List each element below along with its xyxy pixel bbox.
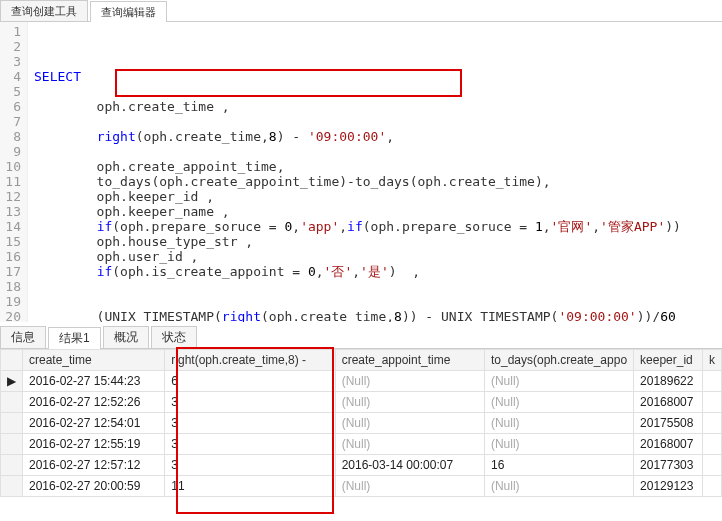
- line-number: 12: [4, 189, 21, 204]
- line-number: 10: [4, 159, 21, 174]
- row-marker-header: [1, 350, 23, 371]
- line-number: 16: [4, 249, 21, 264]
- col-keeper-id[interactable]: keeper_id: [634, 350, 703, 371]
- sql-editor[interactable]: 1234567891011121314151617181920 SELECT o…: [0, 22, 722, 322]
- table-row[interactable]: ▶2016-02-27 15:44:236(Null)(Null)2018962…: [1, 371, 722, 392]
- row-marker: [1, 392, 23, 413]
- grid-header-row: create_time right(oph.create_time,8) - c…: [1, 350, 722, 371]
- line-number: 20: [4, 309, 21, 322]
- code-area[interactable]: SELECT oph.create_time , right(oph.creat…: [28, 22, 687, 322]
- cell-to-days[interactable]: (Null): [484, 434, 633, 455]
- cell-keeper-id[interactable]: 20168007: [634, 392, 703, 413]
- code-line[interactable]: right(oph.create_time,8) - '09:00:00',: [34, 129, 681, 144]
- cell-create-time[interactable]: 2016-02-27 12:54:01: [23, 413, 165, 434]
- line-number: 11: [4, 174, 21, 189]
- row-marker: ▶: [1, 371, 23, 392]
- cell-create-time[interactable]: 2016-02-27 12:52:26: [23, 392, 165, 413]
- code-line[interactable]: [34, 144, 681, 159]
- cell-keeper-name[interactable]: [703, 392, 722, 413]
- col-keeper-name[interactable]: k: [703, 350, 722, 371]
- code-line[interactable]: [34, 114, 681, 129]
- line-number: 1: [4, 24, 21, 39]
- code-line[interactable]: if(oph.prepare_soruce = 0,'app',if(oph.p…: [34, 219, 681, 234]
- code-line[interactable]: (UNIX_TIMESTAMP(right(oph.create_time,8)…: [34, 309, 681, 322]
- cell-keeper-name[interactable]: [703, 455, 722, 476]
- cell-right-expr[interactable]: 11: [165, 476, 335, 497]
- code-line[interactable]: [34, 294, 681, 309]
- cell-keeper-name[interactable]: [703, 413, 722, 434]
- cell-keeper-id[interactable]: 20129123: [634, 476, 703, 497]
- cell-right-expr[interactable]: 3: [165, 434, 335, 455]
- row-marker: [1, 455, 23, 476]
- line-number: 18: [4, 279, 21, 294]
- code-line[interactable]: if(oph.is_create_appoint = 0,'否','是') ,: [34, 264, 681, 279]
- cell-to-days[interactable]: 16: [484, 455, 633, 476]
- cell-keeper-name[interactable]: [703, 476, 722, 497]
- line-number: 5: [4, 84, 21, 99]
- tab-status[interactable]: 状态: [151, 326, 197, 348]
- tab-query-builder[interactable]: 查询创建工具: [0, 0, 88, 21]
- table-row[interactable]: 2016-02-27 12:55:193(Null)(Null)20168007: [1, 434, 722, 455]
- col-create-appoint-time[interactable]: create_appoint_time: [335, 350, 484, 371]
- line-number: 13: [4, 204, 21, 219]
- cell-keeper-id[interactable]: 20175508: [634, 413, 703, 434]
- result-grid[interactable]: create_time right(oph.create_time,8) - c…: [0, 349, 722, 497]
- col-right-expr[interactable]: right(oph.create_time,8) -: [165, 350, 335, 371]
- code-line[interactable]: oph.create_appoint_time,: [34, 159, 681, 174]
- line-number: 14: [4, 219, 21, 234]
- cell-to-days[interactable]: (Null): [484, 476, 633, 497]
- table-row[interactable]: 2016-02-27 12:54:013(Null)(Null)20175508: [1, 413, 722, 434]
- line-number: 9: [4, 144, 21, 159]
- line-number: 17: [4, 264, 21, 279]
- cell-to-days[interactable]: (Null): [484, 413, 633, 434]
- code-line[interactable]: [34, 279, 681, 294]
- code-line[interactable]: oph.create_time ,: [34, 99, 681, 114]
- table-row[interactable]: 2016-02-27 12:57:1232016-03-14 00:00:071…: [1, 455, 722, 476]
- cell-keeper-id[interactable]: 20177303: [634, 455, 703, 476]
- tab-info[interactable]: 信息: [0, 326, 46, 348]
- result-tabs: 信息 结果1 概况 状态: [0, 326, 722, 349]
- cell-to-days[interactable]: (Null): [484, 392, 633, 413]
- cell-create-appoint-time[interactable]: 2016-03-14 00:00:07: [335, 455, 484, 476]
- cell-to-days[interactable]: (Null): [484, 371, 633, 392]
- table-row[interactable]: 2016-02-27 20:00:5911(Null)(Null)2012912…: [1, 476, 722, 497]
- cell-create-appoint-time[interactable]: (Null): [335, 476, 484, 497]
- line-number: 7: [4, 114, 21, 129]
- cell-create-appoint-time[interactable]: (Null): [335, 392, 484, 413]
- line-gutter: 1234567891011121314151617181920: [0, 22, 28, 322]
- cell-keeper-name[interactable]: [703, 371, 722, 392]
- line-number: 4: [4, 69, 21, 84]
- cell-create-time[interactable]: 2016-02-27 20:00:59: [23, 476, 165, 497]
- line-number: 15: [4, 234, 21, 249]
- tab-query-editor[interactable]: 查询编辑器: [90, 1, 167, 22]
- cell-create-appoint-time[interactable]: (Null): [335, 371, 484, 392]
- col-to-days[interactable]: to_days(oph.create_appo: [484, 350, 633, 371]
- tab-overview[interactable]: 概况: [103, 326, 149, 348]
- tab-result-1[interactable]: 结果1: [48, 327, 101, 349]
- col-create-time[interactable]: create_time: [23, 350, 165, 371]
- cell-create-appoint-time[interactable]: (Null): [335, 413, 484, 434]
- code-line[interactable]: SELECT: [34, 69, 681, 84]
- code-line[interactable]: oph.house_type_str ,: [34, 234, 681, 249]
- editor-tabs: 查询创建工具 查询编辑器: [0, 0, 722, 22]
- cell-keeper-id[interactable]: 20168007: [634, 434, 703, 455]
- cell-keeper-id[interactable]: 20189622: [634, 371, 703, 392]
- line-number: 19: [4, 294, 21, 309]
- code-line[interactable]: to_days(oph.create_appoint_time)-to_days…: [34, 174, 681, 189]
- code-line[interactable]: oph.keeper_name ,: [34, 204, 681, 219]
- cell-right-expr[interactable]: 6: [165, 371, 335, 392]
- cell-right-expr[interactable]: 3: [165, 413, 335, 434]
- cell-right-expr[interactable]: 3: [165, 392, 335, 413]
- cell-create-time[interactable]: 2016-02-27 12:57:12: [23, 455, 165, 476]
- cell-keeper-name[interactable]: [703, 434, 722, 455]
- table-row[interactable]: 2016-02-27 12:52:263(Null)(Null)20168007: [1, 392, 722, 413]
- cell-create-appoint-time[interactable]: (Null): [335, 434, 484, 455]
- code-line[interactable]: oph.user_id ,: [34, 249, 681, 264]
- row-marker: [1, 476, 23, 497]
- code-line[interactable]: [34, 84, 681, 99]
- cell-create-time[interactable]: 2016-02-27 12:55:19: [23, 434, 165, 455]
- code-line[interactable]: oph.keeper_id ,: [34, 189, 681, 204]
- cell-right-expr[interactable]: 3: [165, 455, 335, 476]
- row-marker: [1, 434, 23, 455]
- cell-create-time[interactable]: 2016-02-27 15:44:23: [23, 371, 165, 392]
